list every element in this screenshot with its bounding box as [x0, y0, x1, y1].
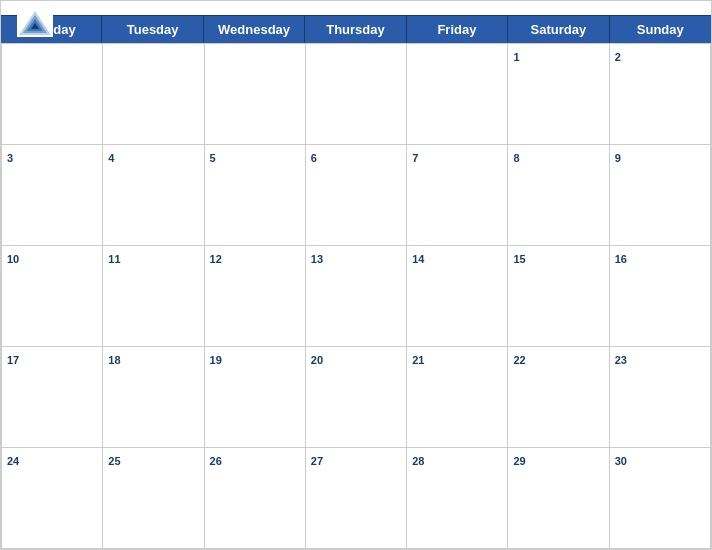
day-number: 4	[108, 152, 114, 164]
day-number: 19	[210, 354, 222, 366]
day-cell-29: 29	[508, 448, 609, 549]
empty-cell	[2, 44, 103, 145]
day-cell-21: 21	[407, 347, 508, 448]
day-number: 21	[412, 354, 424, 366]
day-number: 30	[615, 455, 627, 467]
day-number: 11	[108, 253, 120, 265]
logo-icon	[17, 9, 53, 37]
empty-cell	[103, 44, 204, 145]
day-number: 8	[513, 152, 519, 164]
day-cell-28: 28	[407, 448, 508, 549]
day-number: 12	[210, 253, 222, 265]
calendar-grid: 1234567891011121314151617181920212223242…	[1, 43, 711, 549]
day-number: 26	[210, 455, 222, 467]
day-cell-2: 2	[610, 44, 711, 145]
day-number: 28	[412, 455, 424, 467]
day-cell-13: 13	[306, 246, 407, 347]
day-header-sunday: Sunday	[610, 16, 711, 43]
day-cell-14: 14	[407, 246, 508, 347]
day-number: 23	[615, 354, 627, 366]
day-cell-15: 15	[508, 246, 609, 347]
day-cell-7: 7	[407, 145, 508, 246]
day-header-saturday: Saturday	[508, 16, 609, 43]
day-cell-26: 26	[205, 448, 306, 549]
day-number: 5	[210, 152, 216, 164]
day-number: 29	[513, 455, 525, 467]
day-number: 15	[513, 253, 525, 265]
day-cell-12: 12	[205, 246, 306, 347]
day-number: 10	[7, 253, 19, 265]
day-number: 27	[311, 455, 323, 467]
day-cell-10: 10	[2, 246, 103, 347]
day-number: 16	[615, 253, 627, 265]
day-number: 13	[311, 253, 323, 265]
day-number: 6	[311, 152, 317, 164]
day-cell-25: 25	[103, 448, 204, 549]
empty-cell	[407, 44, 508, 145]
day-cell-5: 5	[205, 145, 306, 246]
day-cell-20: 20	[306, 347, 407, 448]
day-header-tuesday: Tuesday	[102, 16, 203, 43]
day-number: 3	[7, 152, 13, 164]
day-number: 9	[615, 152, 621, 164]
day-header-wednesday: Wednesday	[204, 16, 305, 43]
day-cell-24: 24	[2, 448, 103, 549]
day-cell-23: 23	[610, 347, 711, 448]
day-number: 2	[615, 51, 621, 63]
day-header-friday: Friday	[407, 16, 508, 43]
logo	[17, 9, 53, 37]
day-cell-17: 17	[2, 347, 103, 448]
day-number: 14	[412, 253, 424, 265]
day-number: 18	[108, 354, 120, 366]
day-cell-30: 30	[610, 448, 711, 549]
day-number: 17	[7, 354, 19, 366]
day-number: 22	[513, 354, 525, 366]
day-cell-11: 11	[103, 246, 204, 347]
day-headers-row: MondayTuesdayWednesdayThursdayFridaySatu…	[1, 15, 711, 43]
day-cell-8: 8	[508, 145, 609, 246]
day-cell-9: 9	[610, 145, 711, 246]
day-number: 20	[311, 354, 323, 366]
day-number: 1	[513, 51, 519, 63]
day-cell-4: 4	[103, 145, 204, 246]
day-number: 25	[108, 455, 120, 467]
day-cell-18: 18	[103, 347, 204, 448]
day-cell-16: 16	[610, 246, 711, 347]
day-cell-1: 1	[508, 44, 609, 145]
day-cell-19: 19	[205, 347, 306, 448]
day-cell-22: 22	[508, 347, 609, 448]
day-header-thursday: Thursday	[305, 16, 406, 43]
empty-cell	[306, 44, 407, 145]
day-cell-27: 27	[306, 448, 407, 549]
day-number: 7	[412, 152, 418, 164]
day-number: 24	[7, 455, 19, 467]
day-cell-3: 3	[2, 145, 103, 246]
calendar-container: MondayTuesdayWednesdayThursdayFridaySatu…	[0, 0, 712, 550]
calendar-header	[1, 1, 711, 15]
empty-cell	[205, 44, 306, 145]
day-cell-6: 6	[306, 145, 407, 246]
